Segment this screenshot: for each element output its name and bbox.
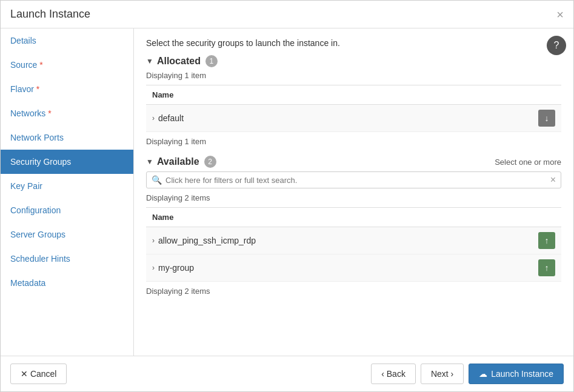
section-intro: Select the security groups to launch the… — [146, 38, 561, 48]
required-indicator: * — [36, 84, 39, 94]
sidebar-item-label: Server Groups — [10, 230, 65, 239]
dialog-footer: ✕ Cancel ‹ Back Next › ☁ Launch Instance — [1, 356, 573, 391]
back-button[interactable]: ‹ Back — [371, 364, 416, 384]
sidebar-item-label: Scheduler Hints — [10, 254, 70, 264]
cancel-button[interactable]: ✕ Cancel — [10, 364, 67, 384]
available-section-header: ▼ Available 2 Select one or more — [146, 156, 561, 168]
sidebar-item-key-pair[interactable]: Key Pair — [1, 174, 133, 198]
allocated-displaying-bottom: Displaying 1 item — [146, 137, 561, 146]
sidebar-item-networks[interactable]: Networks * — [1, 101, 133, 125]
available-displaying-top: Displaying 2 items — [146, 193, 561, 202]
sidebar-item-label: Network Ports — [10, 133, 64, 142]
sidebar-item-label: Source — [10, 60, 37, 70]
sidebar-item-label: Security Groups — [10, 157, 71, 167]
allocated-badge: 1 — [205, 55, 218, 67]
sidebar-item-label: Metadata — [10, 278, 45, 288]
launch-button[interactable]: ☁ Launch Instance — [469, 364, 564, 384]
allocated-displaying-top: Displaying 1 item — [146, 71, 561, 80]
sidebar: Details Source * Flavor * Networks * Net… — [1, 28, 134, 356]
sidebar-item-label: Details — [10, 36, 36, 45]
search-icon: 🔍 — [152, 175, 162, 185]
allocated-table-header: Name — [146, 85, 561, 105]
dialog-title: Launch Instance — [10, 8, 90, 21]
available-table-header: Name — [146, 207, 561, 227]
available-column-name: Name — [152, 213, 173, 222]
dialog-header: Launch Instance × — [1, 1, 573, 28]
available-badge: 2 — [204, 156, 216, 168]
add-button[interactable]: ↑ — [538, 259, 555, 276]
sidebar-item-scheduler-hints[interactable]: Scheduler Hints — [1, 247, 133, 271]
sidebar-item-details[interactable]: Details — [1, 28, 133, 53]
available-row-name-0: allow_ping_ssh_icmp_rdp — [158, 236, 256, 245]
sidebar-item-label: Key Pair — [10, 181, 42, 191]
footer-right: ‹ Back Next › ☁ Launch Instance — [371, 364, 564, 384]
required-indicator: * — [39, 60, 42, 70]
sidebar-item-label: Flavor — [10, 84, 34, 94]
allocated-title: Allocated — [157, 56, 201, 67]
sidebar-item-flavor[interactable]: Flavor * — [1, 77, 133, 101]
next-button[interactable]: Next › — [421, 364, 464, 384]
footer-left: ✕ Cancel — [10, 364, 67, 384]
chevron-down-icon: ▼ — [146, 57, 153, 65]
remove-button[interactable]: ↓ — [538, 110, 555, 127]
available-row-name-1: my-group — [158, 263, 194, 273]
allocated-row-name: default — [158, 113, 184, 123]
launch-instance-dialog: Launch Instance × Details Source * Flavo… — [0, 0, 574, 392]
chevron-right-icon[interactable]: › — [152, 114, 155, 122]
search-bar: 🔍 × — [146, 171, 561, 188]
sidebar-item-server-groups[interactable]: Server Groups — [1, 222, 133, 247]
main-content: ? Select the security groups to launch t… — [134, 28, 573, 356]
table-row: › allow_ping_ssh_icmp_rdp ↑ — [146, 227, 561, 254]
available-title: Available — [157, 156, 199, 167]
chevron-right-icon[interactable]: › — [152, 236, 155, 245]
sidebar-item-configuration[interactable]: Configuration — [1, 198, 133, 222]
close-button[interactable]: × — [556, 8, 564, 21]
table-row: › my-group ↑ — [146, 254, 561, 282]
clear-icon[interactable]: × — [550, 174, 556, 185]
sidebar-item-label: Configuration — [10, 205, 61, 215]
select-hint: Select one or more — [495, 158, 561, 167]
available-displaying-bottom: Displaying 2 items — [146, 287, 561, 296]
launch-label: Launch Instance — [491, 369, 553, 379]
required-indicator: * — [48, 108, 51, 118]
sidebar-item-network-ports[interactable]: Network Ports — [1, 125, 133, 150]
table-row: › default ↓ — [146, 105, 561, 132]
add-button[interactable]: ↑ — [538, 232, 555, 249]
allocated-section-header: ▼ Allocated 1 — [146, 55, 561, 67]
help-icon: ? — [554, 40, 559, 51]
allocated-column-name: Name — [152, 90, 173, 99]
help-button[interactable]: ? — [547, 36, 566, 55]
dialog-body: Details Source * Flavor * Networks * Net… — [1, 28, 573, 356]
sidebar-item-security-groups[interactable]: Security Groups — [1, 150, 133, 174]
sidebar-item-metadata[interactable]: Metadata — [1, 271, 133, 295]
launch-icon: ☁ — [479, 369, 487, 379]
search-input[interactable] — [165, 176, 550, 185]
sidebar-item-label: Networks — [10, 108, 45, 118]
chevron-down-icon: ▼ — [146, 158, 153, 166]
sidebar-item-source[interactable]: Source * — [1, 53, 133, 77]
chevron-right-icon[interactable]: › — [152, 264, 155, 272]
